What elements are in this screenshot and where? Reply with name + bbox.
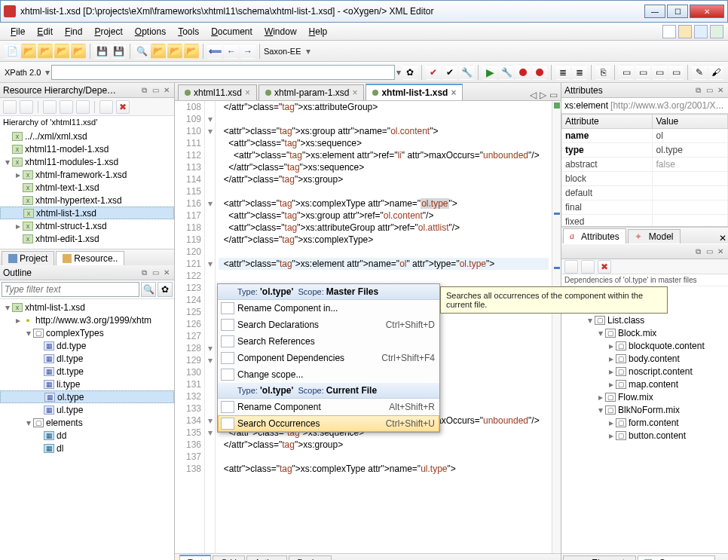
tree-item[interactable]: ▾▢Block.mix xyxy=(561,326,728,339)
tree-item[interactable]: ▾▢elements xyxy=(0,416,174,429)
attr-min-icon[interactable]: ▭ xyxy=(705,86,714,95)
nav-back-button[interactable]: ⟸ xyxy=(207,44,222,59)
panel-pin-icon[interactable]: ⧉ xyxy=(139,86,148,95)
mode-tab-grid[interactable]: Grid xyxy=(213,555,245,561)
menu-find[interactable]: Find xyxy=(59,25,88,38)
hier-btn-5[interactable] xyxy=(76,100,90,114)
tree-item[interactable]: ▸▢Flow.mix xyxy=(561,390,728,403)
dep-stop-icon[interactable]: ✖ xyxy=(598,260,611,274)
dep-btn-2[interactable] xyxy=(581,260,595,274)
tree-item[interactable]: ▦dt.type xyxy=(0,365,174,378)
tree-item[interactable]: ▾xxhtml-list-1.xsd xyxy=(0,301,174,314)
tree-item[interactable]: ▦dd xyxy=(0,429,174,442)
run-config-button[interactable]: 🔧 xyxy=(499,65,514,80)
tab-list-icon[interactable]: ▭ xyxy=(549,90,558,100)
hierarchy-tree[interactable]: x../../xml/xml.xsdxxhtml11-model-1.xsd▾x… xyxy=(0,128,174,249)
editor-tab[interactable]: xhtml-param-1.xsd× xyxy=(258,84,364,100)
validate-config-button[interactable]: ✔ xyxy=(442,65,457,80)
nav-next-button[interactable]: → xyxy=(240,44,255,59)
menu-window[interactable]: Window xyxy=(258,25,303,38)
panel-min-icon[interactable]: ▭ xyxy=(151,86,160,95)
tree-item[interactable]: ▸▢map.content xyxy=(561,378,728,390)
tree-item[interactable]: ▸xxhtml-struct-1.xsd xyxy=(0,219,174,232)
hier-btn-4[interactable] xyxy=(60,100,73,114)
tree-item[interactable]: xxhtml-text-1.xsd xyxy=(0,181,174,194)
resource-tab[interactable]: Resource.. xyxy=(56,251,124,265)
minimize-button[interactable]: — xyxy=(644,5,665,18)
tree-item[interactable]: xxhtml-list-1.xsd xyxy=(0,207,174,219)
search-button[interactable]: 🔍 xyxy=(134,44,149,59)
attr-close-icon[interactable]: ✕ xyxy=(716,86,725,95)
tree-item[interactable]: ▸●http://www.w3.org/1999/xhtm xyxy=(0,314,174,326)
xpath-settings-button[interactable]: ✿ xyxy=(402,65,418,80)
tree-item[interactable]: ▦dd.type xyxy=(0,339,174,352)
reopen-button[interactable]: 📂 xyxy=(71,44,86,59)
editor-tab[interactable]: xhtml-list-1.xsd× xyxy=(366,84,463,100)
outline-pin-icon[interactable]: ⧉ xyxy=(139,268,148,277)
componen-tab[interactable]: Componen.. xyxy=(638,555,714,560)
ctx-item[interactable]: Search OccurrencesCtrl+Shift+U xyxy=(218,415,439,432)
paint-button[interactable]: 🖌 xyxy=(708,65,723,80)
ctx-item[interactable]: Search DeclarationsCtrl+Shift+D xyxy=(218,317,439,333)
tree-item[interactable]: ▸▢blockquote.content xyxy=(561,339,728,352)
open-recent-button[interactable]: 📂 xyxy=(54,44,69,59)
attr-tabs-close-icon[interactable]: ✕ xyxy=(719,233,726,243)
panel-close-icon[interactable]: ✕ xyxy=(162,86,171,95)
hier-btn-1[interactable] xyxy=(3,100,17,114)
hier-btn-2[interactable] xyxy=(20,100,33,114)
browse-button[interactable]: 📂 xyxy=(184,44,199,59)
dependencies-tree[interactable]: ▦ol.type▾▦ol▾▢List.class▾▢Block.mix▸▢blo… xyxy=(561,286,728,553)
xpath-version-label[interactable]: XPath 2.0 xyxy=(5,68,41,77)
open-button[interactable]: 📂 xyxy=(21,44,36,59)
format2-button[interactable]: ≣ xyxy=(572,65,587,80)
elements-tab[interactable]: <x> Elements xyxy=(563,555,636,560)
value-col-header[interactable]: Value xyxy=(653,115,728,129)
tree-item[interactable]: ▾▢List.class xyxy=(561,314,728,326)
editor-tab[interactable]: xhtml11.xsd× xyxy=(178,84,257,100)
xslt-perspective-icon[interactable] xyxy=(678,25,692,38)
tree-item[interactable]: ▸xxhtml-framework-1.xsd xyxy=(0,168,174,181)
hier-stop-icon[interactable]: ✖ xyxy=(116,100,130,114)
outline-close-icon[interactable]: ✕ xyxy=(162,268,171,277)
tree-item[interactable]: ▦ol.type xyxy=(0,390,174,403)
tree-item[interactable]: ▸▢body.content xyxy=(561,352,728,365)
tree-item[interactable]: ▾xxhtml11-modules-1.xsd xyxy=(0,155,174,168)
project-tab[interactable]: Project xyxy=(2,251,54,265)
menu-tools[interactable]: Tools xyxy=(172,25,205,38)
mode-tab-text[interactable]: Text xyxy=(179,555,211,560)
tree-item[interactable]: x../../xml/xml.xsd xyxy=(0,130,174,142)
db-perspective-icon[interactable] xyxy=(710,25,723,38)
hier-btn-6[interactable] xyxy=(99,100,113,114)
tab-nav-prev-icon[interactable]: ◁ xyxy=(530,90,537,100)
xpath-input[interactable] xyxy=(51,65,395,80)
outline-settings-icon[interactable]: ✿ xyxy=(158,282,173,297)
perspective-icon[interactable] xyxy=(662,25,676,38)
tree-item[interactable]: ▾▢BlkNoForm.mix xyxy=(561,403,728,416)
menu-project[interactable]: Project xyxy=(88,25,128,38)
outline-search-icon[interactable]: 🔍 xyxy=(141,282,156,297)
mode-tab-design[interactable]: Design xyxy=(289,555,331,561)
tree-item[interactable]: xxhtml-hypertext-1.xsd xyxy=(0,194,174,207)
attributes-table[interactable]: Attribute Value nameoltypeol.typeabstrac… xyxy=(561,114,728,227)
maximize-button[interactable]: ☐ xyxy=(667,5,688,18)
ctx-item[interactable]: Search References xyxy=(218,333,439,350)
ctx-item[interactable]: Component DependenciesCtrl+Shift+F4 xyxy=(218,350,439,366)
nav-prev-button[interactable]: ← xyxy=(224,44,239,59)
tab-nav-next-icon[interactable]: ▷ xyxy=(540,90,546,100)
tree-item[interactable]: ▦dl xyxy=(0,442,174,454)
mode-tab-author[interactable]: Author xyxy=(246,555,287,561)
new-button[interactable]: 📄 xyxy=(5,44,20,59)
ctx-item[interactable]: Change scope... xyxy=(218,366,439,383)
tree-item[interactable]: ▸▢noscript.content xyxy=(561,365,728,378)
format-button[interactable]: ≣ xyxy=(555,65,570,80)
close-button[interactable]: ✕ xyxy=(690,5,724,18)
model-tab[interactable]: ✦ Model xyxy=(628,229,681,243)
tree-item[interactable]: ▦ul.type xyxy=(0,403,174,416)
ctx-item[interactable]: Rename Component in... xyxy=(218,300,439,317)
engine-dropdown-icon[interactable]: ▾ xyxy=(306,46,310,57)
pencil-button[interactable]: ✎ xyxy=(692,65,707,80)
misc-button-1[interactable]: ▭ xyxy=(619,65,634,80)
attributes-tab[interactable]: a Attributes xyxy=(563,228,626,243)
fold-gutter[interactable]: ▾▾▾▾▾▾▾▾ xyxy=(205,101,216,553)
find-in-files-button[interactable]: 📂 xyxy=(167,44,182,59)
